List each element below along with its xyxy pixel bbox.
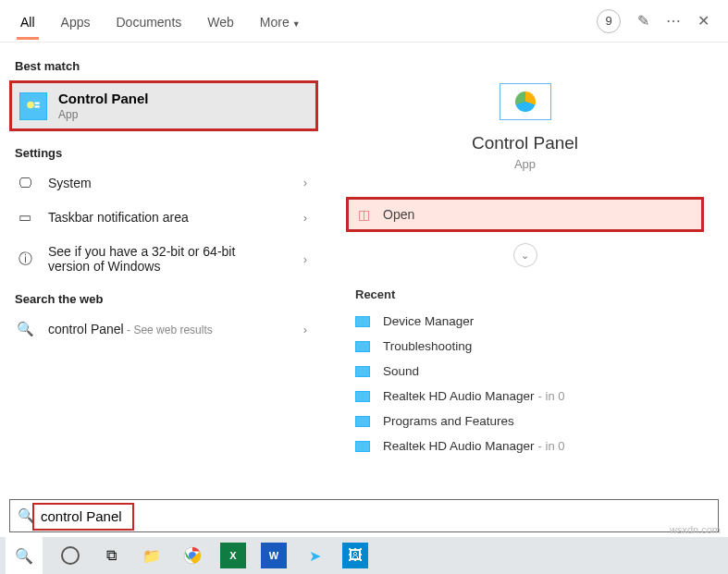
- setting-system[interactable]: 🖵 System ›: [0, 165, 324, 200]
- panel-item-icon: [355, 391, 370, 402]
- best-match-result[interactable]: Control Panel App: [9, 80, 318, 131]
- feedback-icon[interactable]: ✎: [637, 12, 649, 30]
- svg-rect-1: [35, 102, 40, 104]
- svg-point-0: [27, 101, 34, 108]
- settings-header: Settings: [0, 137, 324, 165]
- open-icon: ◫: [358, 207, 370, 222]
- tab-apps[interactable]: Apps: [48, 4, 104, 39]
- recent-item[interactable]: Troubleshooting: [348, 334, 702, 359]
- rewards-badge[interactable]: 9: [597, 9, 621, 33]
- chevron-down-icon: ▼: [292, 19, 301, 29]
- tab-more[interactable]: More▼: [247, 4, 314, 39]
- more-options-icon[interactable]: ⋯: [666, 12, 681, 30]
- expand-actions-button[interactable]: ⌄: [513, 243, 537, 267]
- taskbar-search-button[interactable]: 🔍: [6, 537, 43, 574]
- results-pane: Best match Control Panel App Settings 🖵 …: [0, 43, 324, 495]
- recent-header: Recent: [355, 287, 702, 301]
- taskbar-excel-icon[interactable]: X: [220, 543, 246, 568]
- search-web-header: Search the web: [0, 283, 324, 311]
- best-match-subtitle: App: [58, 108, 149, 121]
- search-tabs: All Apps Documents Web More▼ 9 ✎ ⋯ ✕: [0, 0, 728, 43]
- taskbar-cortana-button[interactable]: [57, 543, 83, 568]
- recent-item[interactable]: Realtek HD Audio Manager - in 0: [348, 384, 702, 409]
- best-match-title: Control Panel: [58, 91, 149, 106]
- panel-item-icon: [355, 366, 370, 377]
- setting-32-64-bit[interactable]: ⓘ See if you have a 32-bit or 64-bit ver…: [0, 235, 324, 283]
- chevron-right-icon: ›: [303, 252, 307, 266]
- tab-web[interactable]: Web: [194, 4, 247, 39]
- tab-documents[interactable]: Documents: [103, 4, 194, 39]
- open-action[interactable]: ◫ Open: [346, 197, 704, 232]
- panel-item-icon: [355, 316, 370, 327]
- chevron-right-icon: ›: [303, 176, 307, 189]
- taskbar-word-icon[interactable]: W: [261, 543, 287, 568]
- chevron-right-icon: ›: [303, 323, 307, 336]
- recent-item[interactable]: Programs and Features: [348, 409, 702, 434]
- best-match-header: Best match: [0, 50, 324, 79]
- web-result[interactable]: 🔍 control Panel - See web results ›: [0, 311, 324, 347]
- setting-taskbar-notification[interactable]: ▭ Taskbar notification area ›: [0, 200, 324, 235]
- chevron-right-icon: ›: [303, 211, 307, 225]
- preview-subtitle: App: [348, 157, 702, 171]
- close-icon[interactable]: ✕: [697, 12, 709, 30]
- panel-item-icon: [355, 341, 370, 352]
- preview-pane: Control Panel App ◫ Open ⌄ Recent Device…: [324, 43, 728, 495]
- recent-item[interactable]: Realtek HD Audio Manager - in 0: [348, 434, 702, 458]
- preview-title: Control Panel: [348, 133, 702, 153]
- recent-item[interactable]: Sound: [348, 359, 702, 384]
- search-icon: 🔍: [15, 321, 35, 337]
- info-icon: ⓘ: [15, 250, 35, 268]
- search-box[interactable]: 🔍: [9, 499, 719, 532]
- monitor-icon: 🖵: [15, 175, 35, 190]
- panel-item-icon: [355, 416, 370, 427]
- taskbar: 🔍 ⧉ 📁 X W ➤ 🖼: [0, 537, 728, 574]
- search-icon: 🔍: [18, 507, 35, 524]
- control-panel-large-icon: [500, 83, 551, 120]
- recent-list: Device Manager Troubleshooting Sound Rea…: [348, 309, 702, 458]
- control-panel-icon: [19, 92, 47, 120]
- search-input[interactable]: [41, 508, 710, 524]
- taskbar-icon: ▭: [15, 209, 35, 226]
- taskbar-explorer-icon[interactable]: 📁: [139, 543, 165, 568]
- svg-rect-2: [35, 105, 40, 107]
- watermark: wsxdn.com: [670, 524, 721, 535]
- taskbar-photos-icon[interactable]: 🖼: [342, 543, 368, 568]
- taskbar-chrome-icon[interactable]: [179, 543, 205, 568]
- tab-all[interactable]: All: [7, 4, 48, 39]
- taskbar-taskview-button[interactable]: ⧉: [98, 543, 124, 568]
- recent-item[interactable]: Device Manager: [348, 309, 702, 334]
- panel-item-icon: [355, 441, 370, 452]
- taskbar-telegram-icon[interactable]: ➤: [302, 543, 327, 568]
